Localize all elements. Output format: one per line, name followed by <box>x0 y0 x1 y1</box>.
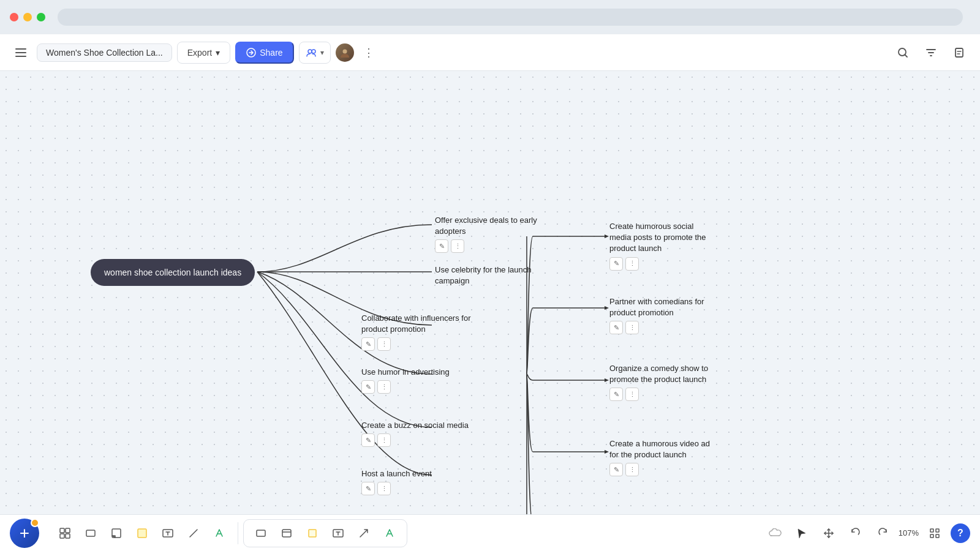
svg-rect-30 <box>930 529 933 532</box>
shape-rect-icon <box>255 527 267 539</box>
shape-card-icon <box>281 527 293 539</box>
shape-diamond-tool[interactable] <box>301 522 323 544</box>
line-tool[interactable] <box>183 522 205 544</box>
branch-node-3[interactable]: Collaborate with influencers for product… <box>361 313 496 351</box>
filter-button[interactable] <box>920 42 942 64</box>
grid-button[interactable] <box>924 522 946 544</box>
more-options-button[interactable]: ⋮ <box>359 43 379 62</box>
move-icon <box>823 527 835 539</box>
branch-node-2[interactable]: Use celebrity for the launch campaign <box>435 264 557 287</box>
edit-branch-3[interactable]: ✎ <box>361 337 375 351</box>
branch-node-4[interactable]: Use humor in advertising ✎ ⋮ <box>361 367 450 394</box>
frames-tool[interactable] <box>54 522 76 544</box>
sub-node-3[interactable]: Organize a comedy show to promote the pr… <box>609 363 717 401</box>
redo-icon <box>876 527 889 539</box>
zoom-level: 107% <box>899 528 919 538</box>
edit-sub-1[interactable]: ✎ <box>609 257 623 271</box>
svg-rect-17 <box>60 528 64 533</box>
svg-point-3 <box>342 49 347 53</box>
menu-button[interactable] <box>10 42 32 64</box>
more-branch-4[interactable]: ⋮ <box>377 380 391 394</box>
note-tool[interactable] <box>131 522 153 544</box>
frames-icon <box>59 527 71 539</box>
doc-title[interactable]: Women's Shoe Collection La... <box>37 43 172 62</box>
traffic-yellow[interactable] <box>23 13 32 21</box>
svg-marker-13 <box>605 450 609 454</box>
svg-marker-11 <box>605 378 609 382</box>
sub-node-1[interactable]: Create humorous social media posts to pr… <box>609 221 717 271</box>
collab-button[interactable]: ▾ <box>299 42 331 64</box>
edit-branch-5[interactable]: ✎ <box>361 433 375 447</box>
line-icon <box>187 527 200 539</box>
svg-rect-21 <box>86 530 95 536</box>
toolbar-right: 107% ? <box>764 522 970 544</box>
svg-rect-33 <box>936 534 939 538</box>
sub-node-2[interactable]: Partner with comedians for product promo… <box>609 296 717 334</box>
export-button[interactable]: Export ▾ <box>177 42 230 64</box>
branch-node-6[interactable]: Host a launch event ✎ ⋮ <box>361 468 432 495</box>
shape-diamond-icon <box>306 527 318 539</box>
more-branch-1[interactable]: ⋮ <box>451 239 464 253</box>
edit-sub-4[interactable]: ✎ <box>609 463 623 476</box>
svg-point-1 <box>308 50 312 53</box>
svg-rect-26 <box>282 530 291 537</box>
marker-icon <box>213 527 225 539</box>
select-icon <box>796 528 807 539</box>
root-node[interactable]: women shoe collection launch ideas <box>91 259 255 286</box>
filter-icon <box>925 47 937 59</box>
more-sub-1[interactable]: ⋮ <box>625 257 639 271</box>
svg-rect-23 <box>138 529 146 538</box>
text-tool[interactable] <box>157 522 179 544</box>
canvas[interactable]: women shoe collection launch ideas Offer… <box>0 71 980 514</box>
svg-rect-19 <box>60 534 64 538</box>
fab-badge <box>31 519 39 527</box>
svg-rect-18 <box>66 528 70 533</box>
more-branch-5[interactable]: ⋮ <box>377 433 391 447</box>
shape-arrow-icon <box>358 527 370 539</box>
avatar <box>336 43 354 62</box>
edit-sub-2[interactable]: ✎ <box>609 321 623 334</box>
more-sub-3[interactable]: ⋮ <box>625 388 639 401</box>
more-branch-3[interactable]: ⋮ <box>377 337 391 351</box>
more-sub-4[interactable]: ⋮ <box>625 463 639 476</box>
edit-sub-3[interactable]: ✎ <box>609 388 623 401</box>
svg-rect-32 <box>930 534 933 538</box>
branch-node-1[interactable]: Offer exclusive deals to early adopters … <box>435 215 557 253</box>
marker-tool[interactable] <box>208 522 230 544</box>
move-button[interactable] <box>818 522 840 544</box>
add-fab[interactable]: + <box>10 519 39 548</box>
notes-button[interactable] <box>948 42 970 64</box>
shape-text-tool[interactable] <box>327 522 349 544</box>
shape-rect-tool[interactable] <box>250 522 272 544</box>
traffic-green[interactable] <box>37 13 45 21</box>
notes-icon <box>953 47 965 59</box>
svg-marker-9 <box>605 306 609 310</box>
edit-branch-4[interactable]: ✎ <box>361 380 375 394</box>
branch-node-5[interactable]: Create a buzz on social media ✎ ⋮ <box>361 420 469 447</box>
help-button[interactable]: ? <box>951 523 970 543</box>
search-icon <box>897 47 909 59</box>
title-bar <box>0 0 980 34</box>
shape-card-tool[interactable] <box>276 522 298 544</box>
shape-arrow-tool[interactable] <box>353 522 375 544</box>
url-bar[interactable] <box>58 9 963 26</box>
redo-button[interactable] <box>872 522 894 544</box>
traffic-red[interactable] <box>10 13 18 21</box>
shape-pen-tool[interactable] <box>379 522 401 544</box>
shape-tools-group <box>243 519 407 547</box>
share-button[interactable]: Share <box>235 42 293 64</box>
cloud-button[interactable] <box>764 522 786 544</box>
sticky-icon <box>110 527 123 539</box>
select-button[interactable] <box>791 522 813 544</box>
undo-button[interactable] <box>845 522 867 544</box>
search-button[interactable] <box>892 42 914 64</box>
rectangle-tool[interactable] <box>80 522 102 544</box>
sticky-tool[interactable] <box>105 522 127 544</box>
more-branch-6[interactable]: ⋮ <box>377 482 391 495</box>
edit-branch-1[interactable]: ✎ <box>435 239 448 253</box>
sub-node-4[interactable]: Create a humorous video ad for the produ… <box>609 438 717 476</box>
more-sub-2[interactable]: ⋮ <box>625 321 639 334</box>
edit-branch-6[interactable]: ✎ <box>361 482 375 495</box>
rectangle-icon <box>85 527 97 539</box>
cloud-icon <box>768 528 782 538</box>
